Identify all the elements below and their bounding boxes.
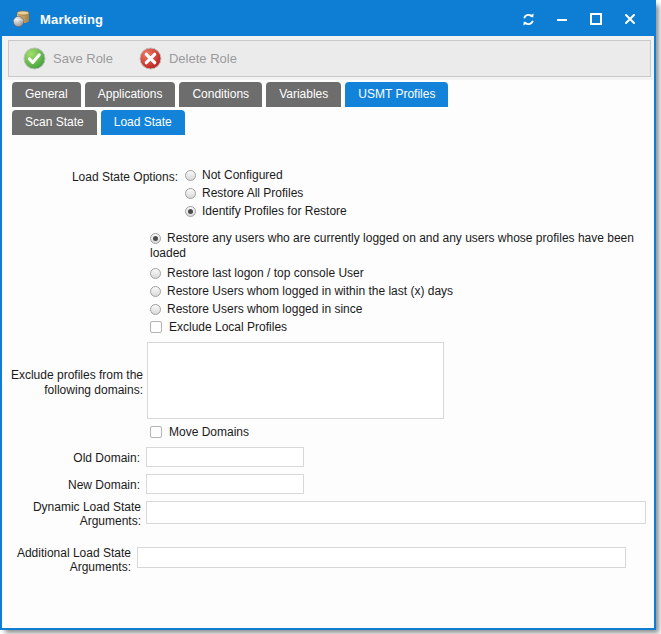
marketing-role-window: Marketing bbox=[0, 0, 656, 630]
close-icon[interactable] bbox=[622, 11, 638, 27]
radio-restore-all-profiles[interactable] bbox=[185, 188, 196, 199]
minimize-icon[interactable] bbox=[554, 11, 570, 27]
delete-role-label: Delete Role bbox=[169, 51, 237, 66]
tab-general[interactable]: General bbox=[12, 82, 81, 107]
radio-identify-profiles[interactable] bbox=[185, 206, 196, 217]
titlebar: Marketing bbox=[2, 2, 654, 36]
save-role-button[interactable]: Save Role bbox=[23, 47, 113, 70]
move-domains-label: Move Domains bbox=[169, 425, 249, 439]
radio-restore-since[interactable] bbox=[150, 304, 161, 315]
dynamic-args-input[interactable] bbox=[146, 501, 646, 524]
new-domain-input[interactable] bbox=[146, 474, 304, 494]
move-domains-row[interactable]: Move Domains bbox=[150, 425, 249, 440]
tab-scan-state[interactable]: Scan State bbox=[12, 110, 97, 135]
tab-conditions[interactable]: Conditions bbox=[179, 82, 262, 107]
exclude-domains-label: Exclude profiles from the following doma… bbox=[2, 368, 143, 398]
window-controls bbox=[520, 11, 638, 27]
additional-args-label: Additional Load State Arguments: bbox=[11, 546, 131, 574]
radio-row-restore-last-logon[interactable]: Restore last logon / top console User bbox=[150, 266, 364, 281]
role-icon bbox=[12, 10, 32, 28]
radio-restore-last-x-days-label: Restore Users whom logged in within the … bbox=[167, 284, 453, 298]
tab-load-state[interactable]: Load State bbox=[101, 110, 185, 135]
radio-row-not-configured[interactable]: Not Configured bbox=[185, 168, 283, 183]
exclude-local-profiles-label: Exclude Local Profiles bbox=[169, 320, 287, 334]
new-domain-label: New Domain: bbox=[20, 478, 140, 492]
radio-restore-last-logon[interactable] bbox=[150, 268, 161, 279]
radio-restore-all-label: Restore All Profiles bbox=[202, 186, 303, 200]
load-state-panel: Load State Options: Not Configured Resto… bbox=[2, 138, 654, 628]
load-state-options-label: Load State Options: bbox=[30, 170, 178, 184]
save-check-icon bbox=[23, 47, 46, 70]
old-domain-label: Old Domain: bbox=[20, 451, 140, 465]
window-title: Marketing bbox=[40, 12, 103, 27]
radio-row-restore-all[interactable]: Restore All Profiles bbox=[185, 186, 303, 201]
tab-applications[interactable]: Applications bbox=[85, 82, 176, 107]
sub-tab-bar: Scan State Load State bbox=[12, 110, 185, 135]
main-tab-bar: General Applications Conditions Variable… bbox=[12, 82, 448, 107]
exclude-local-profiles-row[interactable]: Exclude Local Profiles bbox=[150, 320, 287, 335]
tab-variables[interactable]: Variables bbox=[266, 82, 341, 107]
maximize-icon[interactable] bbox=[588, 11, 604, 27]
radio-row-restore-since[interactable]: Restore Users whom logged in since bbox=[150, 302, 362, 317]
move-domains-checkbox[interactable] bbox=[150, 426, 162, 438]
radio-row-restore-last-x-days[interactable]: Restore Users whom logged in within the … bbox=[150, 284, 453, 299]
radio-identify-profiles-label: Identify Profiles for Restore bbox=[202, 204, 347, 218]
additional-args-input[interactable] bbox=[137, 547, 626, 568]
toolbar: Save Role Delete Role bbox=[8, 40, 651, 77]
radio-row-restore-logged-on[interactable]: Restore any users who are currently logg… bbox=[150, 231, 655, 261]
radio-not-configured-label: Not Configured bbox=[202, 168, 283, 182]
exclude-local-profiles-checkbox[interactable] bbox=[150, 321, 162, 333]
radio-row-identify-profiles[interactable]: Identify Profiles for Restore bbox=[185, 204, 347, 219]
tab-usmt-profiles[interactable]: USMT Profiles bbox=[345, 82, 448, 107]
radio-restore-last-logon-label: Restore last logon / top console User bbox=[167, 266, 364, 280]
dynamic-args-label: Dynamic Load State Arguments: bbox=[21, 500, 141, 528]
delete-x-icon bbox=[139, 47, 162, 70]
radio-restore-last-x-days[interactable] bbox=[150, 286, 161, 297]
refresh-icon[interactable] bbox=[520, 11, 536, 27]
radio-restore-logged-on-label: Restore any users who are currently logg… bbox=[150, 231, 634, 260]
radio-restore-logged-on[interactable] bbox=[150, 233, 161, 244]
delete-role-button[interactable]: Delete Role bbox=[139, 47, 237, 70]
radio-not-configured[interactable] bbox=[185, 170, 196, 181]
save-role-label: Save Role bbox=[53, 51, 113, 66]
old-domain-input[interactable] bbox=[146, 447, 304, 467]
radio-restore-since-label: Restore Users whom logged in since bbox=[167, 302, 362, 316]
exclude-domains-textarea[interactable] bbox=[147, 342, 444, 419]
